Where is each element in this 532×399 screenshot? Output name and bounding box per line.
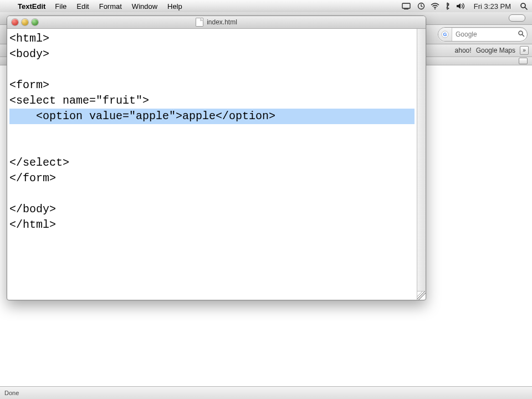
zoom-button[interactable]	[32, 19, 38, 25]
vertical-scrollbar[interactable]	[417, 29, 426, 291]
status-icons: Fri 3:23 PM	[402, 2, 532, 11]
textedit-window: index.html <html><body> <form><select na…	[7, 16, 426, 300]
bookmark-yahoo[interactable]: ahoo!	[455, 47, 472, 54]
document-icon	[196, 18, 203, 27]
close-button[interactable]	[12, 19, 18, 25]
svg-rect-1	[404, 9, 408, 9]
timemachine-icon[interactable]	[417, 2, 425, 10]
menubar: TextEdit File Edit Format Window Help Fr…	[0, 0, 532, 13]
display-icon[interactable]	[402, 3, 412, 9]
window-titlebar[interactable]: index.html	[7, 16, 426, 29]
minimize-button[interactable]	[22, 19, 28, 25]
app-menu[interactable]: TextEdit	[13, 2, 50, 11]
editor-line-selected[interactable]: <option value="apple">apple</option>	[9, 109, 415, 124]
resize-handle[interactable]	[417, 291, 426, 300]
svg-text:G: G	[443, 32, 447, 37]
window-title: index.html	[7, 18, 426, 27]
menubar-clock[interactable]: Fri 3:23 PM	[470, 2, 514, 11]
editor-line[interactable]: </select>	[9, 155, 415, 171]
svg-rect-0	[402, 3, 410, 8]
bluetooth-icon[interactable]	[445, 2, 451, 10]
volume-icon[interactable]	[456, 3, 465, 9]
menu-format[interactable]: Format	[94, 2, 127, 11]
search-placeholder: Google	[452, 30, 515, 38]
editor-line[interactable]: <body>	[9, 47, 415, 62]
editor-line[interactable]	[9, 140, 415, 155]
window-title-text: index.html	[207, 18, 237, 26]
editor-line[interactable]: </form>	[9, 171, 415, 186]
browser-status-bar: Done	[0, 386, 532, 399]
svg-point-3	[434, 8, 436, 9]
search-field[interactable]: G Google	[438, 27, 528, 42]
tab-strip-button[interactable]	[519, 58, 528, 64]
browser-titlebar-pill[interactable]	[509, 14, 525, 22]
editor-line[interactable]: </html>	[9, 217, 415, 233]
wifi-icon[interactable]	[431, 3, 439, 9]
editor-line[interactable]: <form>	[9, 78, 415, 93]
bookmark-google-maps[interactable]: Google Maps	[476, 47, 515, 54]
editor-line[interactable]: <select name="fruit">	[9, 93, 415, 109]
menu-file[interactable]: File	[50, 2, 71, 11]
editor-line[interactable]: </body>	[9, 202, 415, 217]
menu-help[interactable]: Help	[162, 2, 187, 11]
svg-line-5	[525, 7, 527, 9]
menu-edit[interactable]: Edit	[71, 2, 94, 11]
editor-line[interactable]: <html>	[9, 31, 415, 47]
text-editor[interactable]: <html><body> <form><select name="fruit">…	[7, 29, 417, 300]
search-icon[interactable]	[515, 30, 527, 39]
svg-line-9	[522, 34, 524, 36]
spotlight-icon[interactable]	[520, 2, 528, 10]
status-text: Done	[4, 390, 19, 396]
editor-line[interactable]	[9, 62, 415, 78]
editor-line[interactable]	[9, 186, 415, 202]
editor-line[interactable]	[9, 124, 415, 140]
bookmarks-overflow-button[interactable]: »	[520, 46, 529, 55]
google-favicon-icon: G	[438, 28, 452, 41]
menu-window[interactable]: Window	[127, 2, 162, 11]
